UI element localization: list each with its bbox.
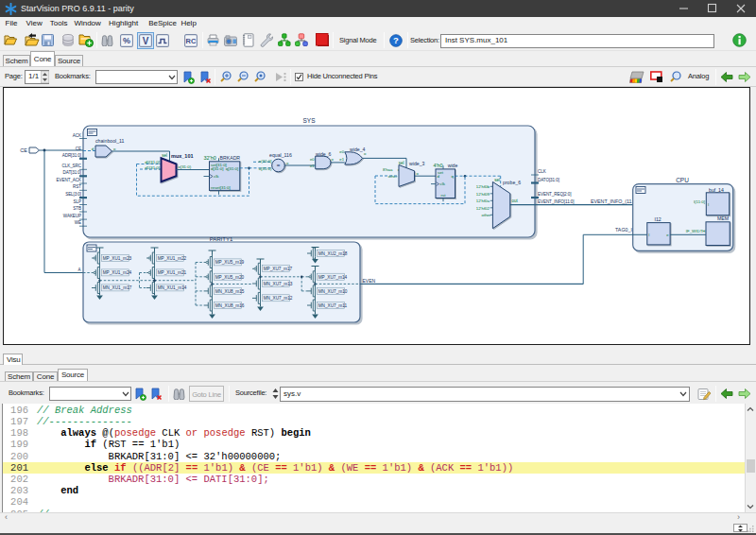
svg-text:12'hf0a: 12'hf0a [476, 198, 490, 203]
svg-text:reset[31:0]: reset[31:0] [211, 185, 231, 190]
svg-text:RC: RC [186, 37, 197, 45]
svg-text:MP_XU5_m19: MP_XU5_m19 [215, 260, 245, 265]
svg-text:chainbool_11: chainbool_11 [95, 138, 125, 144]
svg-text:d[31:0]: d[31:0] [211, 166, 223, 171]
svg-text:ACK: ACK [73, 133, 82, 138]
svg-text:32'h0: 32'h0 [204, 155, 216, 161]
svg-text:SLP: SLP [74, 199, 81, 204]
svg-text:MP_XU5_m20: MP_XU5_m20 [215, 275, 245, 280]
svg-text:ADR[31:0]: ADR[31:0] [62, 153, 81, 158]
svg-text:CPU: CPU [676, 177, 689, 183]
svg-text:RST: RST [73, 184, 81, 189]
svg-text:MN_XU8_m16: MN_XU8_m16 [215, 303, 245, 308]
svg-text:CE: CE [20, 147, 27, 153]
svg-text:probe_6: probe_6 [503, 180, 521, 185]
svg-text:PARITY1: PARITY1 [210, 236, 233, 242]
svg-text:MP_XU7_m17: MP_XU7_m17 [264, 267, 293, 271]
svg-text:EVENT_INFO_(11:0]: EVENT_INFO_(11:0] [591, 198, 638, 204]
svg-text:WAKEUP: WAKEUP [63, 214, 81, 218]
svg-text:I12: I12 [655, 216, 662, 222]
svg-text:MP_XU7_m14: MP_XU7_m14 [318, 275, 348, 280]
svg-text:IF_WIDTH: IF_WIDTH [686, 229, 706, 233]
svg-text:mux_101: mux_101 [171, 153, 194, 159]
svg-text:MN_XU7_m11: MN_XU7_m11 [318, 303, 348, 308]
svg-text:out: out [512, 198, 519, 203]
svg-text:MP_XU1_m21: MP_XU1_m21 [158, 270, 187, 275]
svg-text:=: = [277, 163, 281, 168]
svg-text:CLK: CLK [538, 169, 547, 174]
svg-text:WE: WE [75, 220, 81, 225]
svg-text:I: I [648, 233, 649, 237]
svg-text:MN_XU1_m17: MN_XU1_m17 [103, 285, 132, 290]
svg-text:sel: sel [162, 153, 167, 158]
svg-text:SEL[3:0]: SEL[3:0] [65, 192, 81, 197]
svg-text:e(31:0]: e(31:0] [259, 159, 272, 164]
svg-text:e0: e0 [339, 149, 344, 154]
svg-text:e1: e1 [310, 164, 315, 168]
svg-text:I: I [708, 202, 709, 207]
svg-text:EVENT_ACK: EVENT_ACK [57, 178, 82, 182]
svg-text:MN_XU8_m15: MN_XU8_m15 [215, 289, 245, 294]
svg-text:MN_XU7_m10: MN_XU7_m10 [318, 289, 348, 294]
svg-text:e0: e0 [310, 157, 315, 162]
svg-text:4'h0: 4'h0 [433, 163, 442, 168]
svg-text:wide_6: wide_6 [316, 151, 332, 157]
svg-text:MP_XU1_m22: MP_XU1_m22 [158, 256, 187, 261]
svg-text:DAT[31:0]: DAT[31:0] [63, 170, 81, 175]
svg-text:EVEN: EVEN [363, 278, 376, 284]
svg-text:CLK_SRC: CLK_SRC [62, 164, 82, 168]
svg-text:MN_XU1_m14: MN_XU1_m14 [158, 285, 187, 290]
svg-text:BRKADR: BRKADR [220, 155, 241, 161]
svg-text:MP_XU1_m24: MP_XU1_m24 [103, 270, 132, 275]
svg-text:MN_XU2_m18: MN_XU2_m18 [318, 251, 348, 256]
svg-text:wide: wide [448, 163, 458, 168]
svg-text:q[31:0]: q[31:0] [226, 166, 238, 171]
svg-text:o[31:0): o[31:0) [179, 164, 192, 169]
svg-text:other: other [481, 213, 491, 217]
svg-text:8'haa: 8'haa [383, 167, 393, 172]
svg-text:A: A [77, 268, 80, 272]
svg-text:MN_XU7_m13: MN_XU7_m13 [264, 282, 293, 286]
svg-text:sel: sel [494, 178, 500, 182]
svg-text:rst: rst [441, 193, 447, 198]
svg-text:I(11:0]: I(11:0] [694, 199, 705, 204]
svg-text:12'hf09: 12'hf09 [476, 192, 490, 197]
svg-text:SYS: SYS [302, 117, 316, 124]
svg-text:EVENT_REQ[2:0]: EVENT_REQ[2:0] [538, 192, 571, 197]
svg-text:STB: STB [73, 206, 81, 211]
svg-text:equal_116: equal_116 [269, 152, 292, 158]
svg-text:e1: e1 [339, 157, 344, 162]
svg-text:DATO[31:0]: DATO[31:0] [538, 178, 559, 182]
svg-text:wide_3: wide_3 [409, 161, 425, 166]
svg-text:EVENT_INFO[11:0]: EVENT_INFO[11:0] [538, 199, 574, 204]
svg-text:MN_XU7_m12: MN_XU7_m12 [264, 296, 293, 301]
svg-text:MP_XU1_m23: MP_XU1_m23 [103, 256, 132, 261]
svg-text:12'hf0b: 12'hf0b [476, 184, 490, 189]
svg-text:TAG0_I: TAG0_I [615, 227, 632, 233]
svg-text:V: V [143, 36, 149, 46]
svg-text:clk: clk [440, 181, 446, 186]
svg-text:o[31:0): o[31:0) [259, 166, 272, 171]
svg-text:12'hf02: 12'hf02 [476, 206, 490, 211]
svg-text:?: ? [393, 35, 399, 45]
svg-text:MEM: MEM [717, 216, 729, 221]
svg-text:buf_14: buf_14 [709, 187, 724, 193]
svg-text:%: % [123, 36, 130, 45]
svg-text:sel: sel [399, 161, 404, 165]
svg-text:clk: clk [214, 174, 219, 179]
